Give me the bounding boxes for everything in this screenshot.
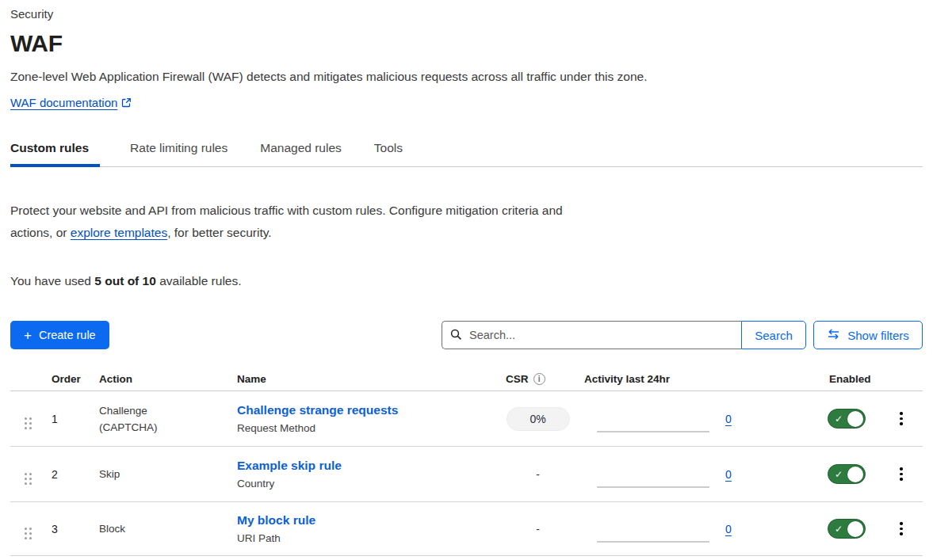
rules-table: Order Action Name CSR i Activity last 24… [10,367,923,556]
external-link-icon [121,97,132,111]
enabled-toggle[interactable]: ✓ [828,409,866,429]
table-row: 3 Block My block rule URI Path - 0 ✓ [10,502,923,556]
csr-cell: 0% [506,407,584,431]
drag-cell [10,409,52,429]
info-icon[interactable]: i [533,373,545,385]
row-menu-kebab-icon[interactable] [895,409,908,429]
toggle-knob [847,521,863,537]
header-enabled: Enabled [824,373,880,385]
toggle-check-icon: ✓ [835,523,843,535]
search-wrap: Search [442,321,806,349]
rule-order: 3 [52,523,99,535]
tab-managed-rules[interactable]: Managed rules [260,141,344,166]
usage-count: 5 out of 10 [94,274,156,288]
swap-arrows-icon [827,329,840,342]
table-header: Order Action Name CSR i Activity last 24… [10,367,923,391]
doc-link-row: WAF documentation [10,96,923,111]
drag-handle-icon[interactable] [25,473,32,485]
activity-count-link[interactable]: 0 [725,523,732,535]
rule-name-link[interactable]: My block rule [237,512,506,528]
search-button[interactable]: Search [741,321,806,349]
search-icon [450,329,462,344]
rules-toolbar: + Create rule Search Show filters [10,321,923,349]
enabled-toggle[interactable]: ✓ [828,519,866,539]
row-menu-kebab-icon[interactable] [895,464,908,484]
rule-order: 1 [52,413,99,425]
csr-cell: - [506,468,584,481]
header-csr: CSR i [506,373,584,385]
rule-match-field: Request Method [237,421,506,436]
tab-custom-rules[interactable]: Custom rules [10,141,100,166]
usage-before: You have used [10,274,94,288]
rule-action: Skip [99,466,186,482]
rule-name-cell: Example skip rule Country [237,457,506,491]
activity-cell: 0 [584,516,824,543]
rule-name-cell: Challenge strange requests Request Metho… [237,402,506,436]
tab-bar: Custom rules Rate limiting rules Managed… [10,141,923,167]
show-filters-label: Show filters [847,329,909,342]
table-row: 2 Skip Example skip rule Country - 0 ✓ [10,447,923,502]
activity-cell: 0 [584,406,824,432]
header-activity: Activity last 24hr [584,373,824,385]
page-title: WAF [10,29,923,57]
activity-sparkline [597,516,709,543]
drag-cell [10,519,52,539]
header-action: Action [99,373,237,385]
header-order: Order [52,373,99,385]
explore-templates-link[interactable]: explore templates [71,226,167,239]
header-csr-label: CSR [506,373,529,385]
rule-action: Block [99,520,186,537]
menu-cell [880,409,923,429]
waf-documentation-link[interactable]: WAF documentation [10,96,117,109]
search-area: Search Show filters [442,321,923,349]
table-body: 1 Challenge (CAPTCHA) Challenge strange … [10,391,923,556]
page-description: Zone-level Web Application Firewall (WAF… [10,69,923,85]
show-filters-button[interactable]: Show filters [813,321,923,349]
usage-after: available rules. [156,274,242,288]
rule-match-field: URI Path [237,531,506,546]
csr-badge: 0% [507,407,570,431]
menu-cell [880,519,923,539]
table-row: 1 Challenge (CAPTCHA) Challenge strange … [10,391,923,447]
csr-dash: - [536,523,540,535]
rule-order: 2 [52,468,99,481]
search-box [442,321,741,349]
activity-sparkline [597,406,709,432]
activity-sparkline [597,461,709,488]
waf-page: Security WAF Zone-level Web Application … [0,0,933,556]
enabled-toggle[interactable]: ✓ [828,464,866,484]
toggle-knob [847,411,863,427]
enabled-cell: ✓ [824,464,880,484]
rule-name-link[interactable]: Example skip rule [237,457,506,474]
tab-rate-limiting-rules[interactable]: Rate limiting rules [130,141,230,166]
csr-cell: - [506,523,584,535]
toggle-knob [847,467,863,482]
toggle-check-icon: ✓ [835,468,843,481]
tab-tools[interactable]: Tools [374,141,405,166]
create-rule-label: Create rule [39,329,96,341]
activity-count-link[interactable]: 0 [725,413,732,425]
csr-dash: - [536,468,540,481]
toggle-check-icon: ✓ [835,413,843,425]
drag-handle-icon[interactable] [25,417,32,429]
drag-handle-icon[interactable] [25,528,32,539]
enabled-cell: ✓ [824,409,880,429]
intro-paragraph: Protect your website and API from malici… [10,200,605,244]
activity-cell: 0 [584,461,824,488]
header-name: Name [237,373,506,385]
breadcrumb-security: Security [10,6,923,22]
intro-text-after: , for better security. [167,226,272,239]
plus-icon: + [24,329,32,342]
enabled-cell: ✓ [824,519,880,539]
activity-count-link[interactable]: 0 [725,468,732,481]
usage-summary: You have used 5 out of 10 available rule… [10,273,923,289]
rule-match-field: Country [237,476,506,491]
rule-name-cell: My block rule URI Path [237,512,506,546]
search-input[interactable] [442,321,741,349]
drag-cell [10,464,52,485]
menu-cell [880,464,923,484]
create-rule-button[interactable]: + Create rule [10,321,109,349]
rule-action: Challenge (CAPTCHA) [99,402,186,436]
row-menu-kebab-icon[interactable] [895,519,908,539]
rule-name-link[interactable]: Challenge strange requests [237,402,506,418]
